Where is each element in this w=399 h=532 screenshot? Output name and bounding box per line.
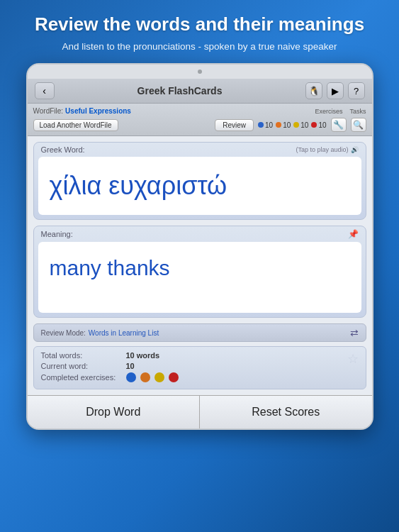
score-orange: 10 [276, 121, 291, 129]
play-button[interactable]: ▶ [327, 82, 344, 99]
review-mode-bar: Review Mode: Words in Learning List ⇄ [33, 323, 366, 342]
pin-icon: 📌 [348, 229, 359, 239]
yellow-dot [293, 122, 299, 128]
reset-scores-button[interactable]: Reset Scores [200, 396, 372, 428]
exercise-dot-orange [140, 372, 150, 382]
ipad-frame: ‹ Greek FlashCards 🐧 ▶ ? WordFile: Usefu… [26, 63, 373, 430]
review-mode-label: Review Mode: [41, 329, 86, 337]
greek-word-label: Greek Word: [41, 145, 85, 154]
score-blue: 10 [258, 121, 273, 129]
meaning-card[interactable]: Meaning: 📌 many thanks [33, 226, 366, 318]
play-icon: ▶ [332, 86, 339, 96]
exercise-dot-yellow [154, 372, 164, 382]
stats-area: Total words: 10 words Current word: 10 C… [33, 346, 366, 389]
help-icon: ? [354, 86, 359, 96]
total-words-label: Total words: [41, 351, 126, 360]
meaning-text: many thanks [50, 256, 170, 280]
greek-word-text: χίλια ευχαριστώ [50, 171, 227, 201]
wordfile-name: Useful Expressions [65, 107, 131, 115]
ipad-top-bar [28, 65, 372, 79]
orange-dot [276, 122, 281, 128]
score-orange-value: 10 [283, 121, 291, 129]
score-yellow: 10 [293, 121, 308, 129]
tap-audio-label: (Tap to play audio) 🔊 [296, 146, 358, 153]
wrench-icon: 🔧 [333, 120, 344, 130]
shuffle-icon: ⇄ [350, 327, 359, 338]
current-word-label: Current word: [41, 362, 126, 370]
penguin-icon-button[interactable]: 🐧 [305, 82, 322, 99]
red-dot [311, 122, 317, 128]
load-wordfile-button[interactable]: Load Another WordFile [33, 119, 118, 131]
help-button[interactable]: ? [348, 82, 365, 99]
penguin-icon: 🐧 [308, 86, 320, 96]
nav-icons: 🐧 ▶ ? [305, 82, 365, 99]
score-blue-value: 10 [265, 121, 273, 129]
audio-icon: 🔊 [351, 146, 359, 153]
review-button[interactable]: Review [215, 119, 254, 131]
page-title: Review the words and their meanings [35, 13, 364, 36]
drop-word-button[interactable]: Drop Word [28, 396, 201, 428]
wordfile-label: WordFile: [33, 107, 64, 115]
current-word-value: 10 [126, 362, 135, 370]
blue-dot [258, 122, 264, 128]
bottom-buttons: Drop Word Reset Scores [28, 395, 372, 428]
page-subtitle: And listen to the pronunciations - spoke… [35, 40, 364, 54]
greek-word-card[interactable]: Greek Word: (Tap to play audio) 🔊 χίλια … [33, 142, 366, 220]
exercise-dots [126, 372, 179, 382]
exercises-label: Exercises [315, 108, 342, 115]
toolbar: WordFile: Useful Expressions Exercises T… [28, 104, 372, 136]
score-red-value: 10 [318, 121, 326, 129]
tasks-label: Tasks [349, 108, 366, 115]
star-icon: ☆ [347, 352, 359, 366]
score-yellow-value: 10 [300, 121, 308, 129]
total-words-value: 10 words [126, 351, 160, 360]
camera-dot [198, 70, 202, 74]
content-area: Greek Word: (Tap to play audio) 🔊 χίλια … [28, 136, 372, 428]
nav-title: Greek FlashCards [137, 85, 223, 96]
score-red: 10 [311, 121, 326, 129]
exercise-dot-red [169, 372, 179, 382]
back-button[interactable]: ‹ [35, 82, 55, 99]
exercise-dot-blue [126, 372, 136, 382]
meaning-label: Meaning: [41, 230, 73, 238]
search-button[interactable]: 🔍 [351, 118, 366, 132]
score-badges: 10 10 10 10 [258, 121, 327, 129]
review-mode-value: Words in Learning List [89, 329, 159, 337]
completed-exercises-label: Completed exercises: [41, 373, 126, 382]
nav-bar: ‹ Greek FlashCards 🐧 ▶ ? [28, 79, 372, 104]
settings-button[interactable]: 🔧 [331, 118, 347, 132]
search-icon: 🔍 [353, 120, 364, 130]
